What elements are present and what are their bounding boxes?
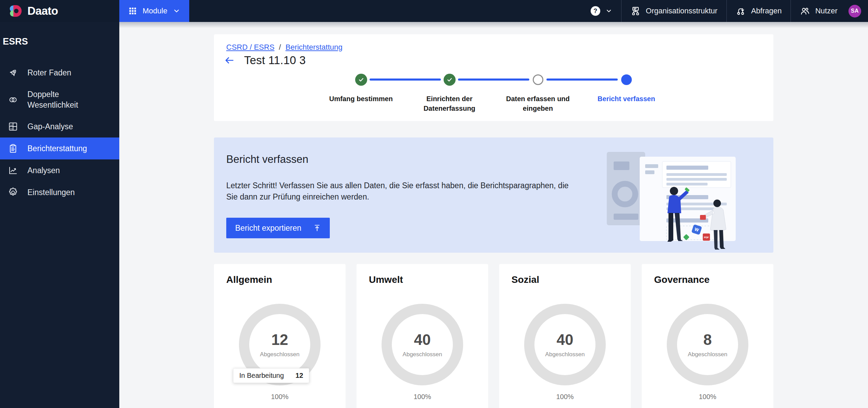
logo-wordmark: Daato bbox=[27, 4, 58, 17]
chevron-down-icon bbox=[605, 8, 612, 14]
export-report-button-label: Bericht exportieren bbox=[235, 224, 301, 233]
users-group-icon bbox=[800, 6, 810, 16]
step-done-icon bbox=[355, 74, 367, 86]
donut-percent: 100% bbox=[214, 393, 346, 401]
category-cards: Allgemein 12 Abgeschlossen 100% In Bearb… bbox=[214, 264, 773, 408]
svg-text:PDF: PDF bbox=[704, 236, 709, 239]
grid-icon bbox=[128, 7, 137, 15]
progress-stepper: Umfang bestimmen Einrichten der Datenerf… bbox=[317, 73, 671, 113]
sidebar-section-title: ESRS bbox=[0, 36, 119, 47]
card-title: Umwelt bbox=[357, 264, 488, 285]
category-card-umwelt: Umwelt 40 Abgeschlossen 100% bbox=[357, 264, 488, 408]
step-pending-icon bbox=[533, 74, 543, 85]
breadcrumb-link-csrd-esrs[interactable]: CSRD / ESRS bbox=[226, 43, 275, 52]
sidebar-item-gap-analyse[interactable]: Gap-Analyse bbox=[0, 116, 119, 137]
export-report-button[interactable]: Bericht exportieren bbox=[226, 218, 330, 238]
panel-description: Letzter Schritt! Verfassen Sie aus allen… bbox=[226, 180, 574, 203]
chevron-down-icon bbox=[173, 7, 180, 15]
avatar[interactable]: SA bbox=[848, 5, 861, 17]
step-label: Bericht verfassen bbox=[582, 94, 671, 104]
venn-icon bbox=[8, 95, 19, 105]
donut-value-label: Abgeschlossen bbox=[402, 351, 442, 358]
donut-chart[interactable]: 8 Abgeschlossen bbox=[667, 304, 748, 385]
donut-percent: 100% bbox=[642, 393, 773, 401]
donut-value-label: Abgeschlossen bbox=[688, 351, 727, 358]
panel-title: Bericht verfassen bbox=[226, 153, 773, 166]
tooltip-label: In Bearbeitung bbox=[239, 372, 284, 380]
step-bericht-verfassen[interactable]: Bericht verfassen bbox=[582, 73, 671, 113]
donut-value: 8 bbox=[703, 331, 712, 348]
breadcrumb: CSRD / ESRS / Berichterstattung bbox=[226, 43, 342, 52]
step-done-icon bbox=[444, 74, 456, 86]
daato-logo[interactable]: Daato bbox=[0, 0, 119, 22]
step-label: Daten erfassen und eingeben bbox=[494, 94, 582, 113]
category-card-governance: Governance 8 Abgeschlossen 100% bbox=[642, 264, 773, 408]
sidebar-item-analysen[interactable]: Analysen bbox=[0, 159, 119, 181]
step-label: Umfang bestimmen bbox=[317, 94, 405, 104]
breadcrumb-separator: / bbox=[279, 43, 281, 52]
gear-icon bbox=[8, 187, 19, 197]
report-write-panel: Bericht verfassen Letzter Schritt! Verfa… bbox=[214, 137, 773, 253]
clipboard-icon bbox=[8, 143, 19, 154]
donut-value: 40 bbox=[557, 331, 574, 348]
chart-line-icon bbox=[8, 165, 19, 176]
help-menu-button[interactable]: ? bbox=[582, 0, 621, 22]
donut-percent: 100% bbox=[357, 393, 488, 401]
workflow-arrow-icon bbox=[736, 6, 746, 16]
sidebar-item-label: Einstellungen bbox=[27, 187, 75, 198]
category-card-sozial: Sozial 40 Abgeschlossen 100% bbox=[499, 264, 631, 408]
sidebar-item-label: Analysen bbox=[27, 165, 60, 176]
report-header-card: CSRD / ESRS / Berichterstattung Test 11.… bbox=[214, 34, 773, 121]
donut-chart[interactable]: 40 Abgeschlossen bbox=[382, 304, 463, 385]
module-button[interactable]: Module bbox=[119, 0, 189, 22]
chart-tooltip: In Bearbeitung 12 bbox=[233, 368, 309, 383]
users-label: Nutzer bbox=[815, 7, 837, 15]
sidebar-item-label: Doppelte Wesentlichkeit bbox=[27, 89, 111, 110]
sidebar-item-einstellungen[interactable]: Einstellungen bbox=[0, 181, 119, 203]
card-title: Governance bbox=[642, 264, 773, 285]
sidebar-item-doppelte-wesentlichkeit[interactable]: Doppelte Wesentlichkeit bbox=[0, 84, 119, 116]
main-content: CSRD / ESRS / Berichterstattung Test 11.… bbox=[119, 22, 868, 408]
sidebar: ESRS Roter Faden Doppelte Wesentlichkeit bbox=[0, 22, 119, 408]
sidebar-item-label: Berichterstattung bbox=[27, 143, 87, 154]
donut-value: 12 bbox=[272, 331, 288, 348]
donut-value: 40 bbox=[414, 331, 431, 348]
card-title: Sozial bbox=[499, 264, 631, 285]
topbar-right: ? Organisationsstruktur bbox=[582, 0, 868, 22]
donut-chart[interactable]: 40 Abgeschlossen bbox=[524, 304, 606, 385]
step-active-icon bbox=[621, 74, 632, 85]
queries-label: Abfragen bbox=[751, 7, 782, 15]
org-structure-label: Organisationsstruktur bbox=[646, 7, 718, 15]
sidebar-item-roter-faden[interactable]: Roter Faden bbox=[0, 62, 119, 84]
queries-button[interactable]: Abfragen bbox=[727, 0, 791, 22]
module-button-label: Module bbox=[143, 7, 167, 15]
rocket-icon bbox=[8, 68, 19, 78]
export-icon bbox=[313, 224, 322, 232]
org-chart-icon bbox=[630, 6, 641, 16]
users-button[interactable]: Nutzer bbox=[791, 0, 846, 22]
sidebar-item-label: Roter Faden bbox=[27, 68, 71, 78]
step-label: Einrichten der Datenerfassung bbox=[405, 94, 494, 113]
sidebar-item-berichterstattung[interactable]: Berichterstattung bbox=[0, 137, 119, 159]
back-arrow-icon[interactable] bbox=[224, 55, 235, 66]
org-structure-button[interactable]: Organisationsstruktur bbox=[622, 0, 726, 22]
donut-percent: 100% bbox=[499, 393, 631, 401]
page-title: Test 11.10 3 bbox=[244, 54, 306, 67]
grid-quadrant-icon bbox=[8, 121, 19, 132]
daato-logo-icon bbox=[9, 4, 23, 18]
help-icon: ? bbox=[591, 6, 600, 16]
category-card-allgemein: Allgemein 12 Abgeschlossen 100% In Bearb… bbox=[214, 264, 346, 408]
breadcrumb-link-berichterstattung[interactable]: Berichterstattung bbox=[286, 43, 342, 52]
donut-value-label: Abgeschlossen bbox=[545, 351, 584, 358]
topbar: Daato Module ? Orga bbox=[0, 0, 868, 22]
tooltip-value: 12 bbox=[296, 372, 303, 380]
card-title: Allgemein bbox=[214, 264, 346, 285]
donut-value-label: Abgeschlossen bbox=[260, 351, 299, 358]
sidebar-item-label: Gap-Analyse bbox=[27, 121, 73, 132]
